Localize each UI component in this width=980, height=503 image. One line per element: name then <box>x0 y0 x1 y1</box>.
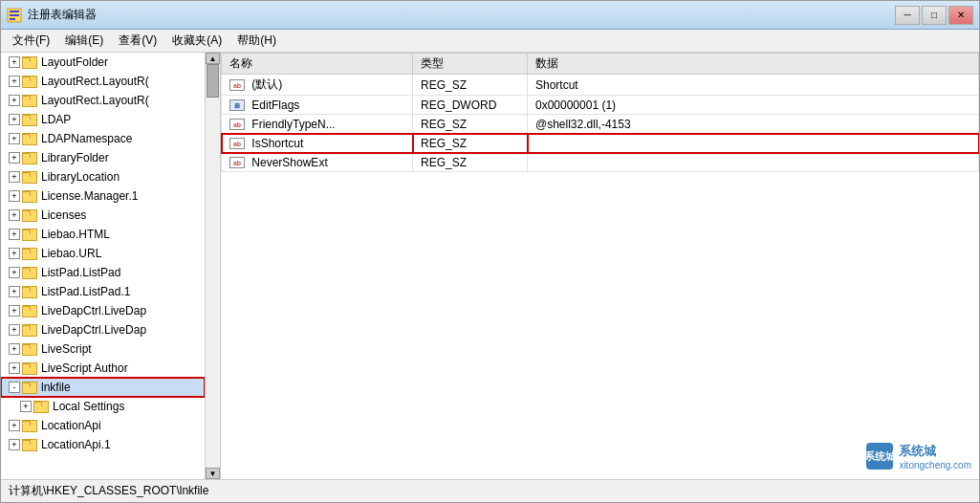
menu-help[interactable]: 帮助(H) <box>229 31 284 51</box>
tree-item-liebaourl[interactable]: Liebao.URL <box>1 244 205 263</box>
tree-scrollbar[interactable]: ▲ ▼ <box>205 53 220 479</box>
table-row[interactable]: ab NeverShowExt REG_SZ <box>222 153 979 172</box>
reg-type: REG_SZ <box>413 75 528 96</box>
minimize-button[interactable]: ─ <box>895 6 920 25</box>
menu-file[interactable]: 文件(F) <box>5 31 57 51</box>
expand-icon[interactable] <box>9 190 20 202</box>
expand-icon[interactable] <box>9 133 20 144</box>
tree-label: License.Manager.1 <box>41 189 138 203</box>
registry-editor-window: 注册表编辑器 ─ □ ✕ 文件(F) 编辑(E) 查看(V) 收藏夹(A) 帮助… <box>0 0 980 503</box>
table-container[interactable]: 名称 类型 数据 ab (默认) REG_SZ <box>221 53 979 479</box>
expand-icon[interactable] <box>9 343 20 355</box>
tree-item-licenses[interactable]: Licenses <box>1 206 205 225</box>
tree-item-liebaohtml[interactable]: Liebao.HTML <box>1 225 205 244</box>
reg-data <box>528 134 979 153</box>
tree-item-livedapctrl2[interactable]: LiveDapCtrl.LiveDap <box>1 320 205 339</box>
expand-icon[interactable] <box>9 95 20 106</box>
expand-icon[interactable] <box>9 56 20 68</box>
main-content: LayoutFolder LayoutRect.LayoutR( LayoutR… <box>1 53 979 479</box>
tree-label: LiveDapCtrl.LiveDap <box>41 323 146 337</box>
folder-icon <box>22 170 37 184</box>
tree-item-libraryfolder[interactable]: LibraryFolder <box>1 148 205 167</box>
table-row-isshortcut[interactable]: ab IsShortcut REG_SZ <box>222 134 979 153</box>
title-bar: 注册表编辑器 ─ □ ✕ <box>1 1 979 30</box>
window-controls: ─ □ ✕ <box>895 6 973 25</box>
expand-icon[interactable] <box>9 420 20 431</box>
tree-label: Liebao.HTML <box>41 228 110 241</box>
watermark-logo: 系统城 <box>864 441 895 471</box>
folder-icon <box>22 323 37 337</box>
watermark-url: xitongcheng.com <box>899 460 971 470</box>
folder-icon <box>22 151 37 164</box>
tree-item-livescriptauthor[interactable]: LiveScript Author <box>1 359 205 378</box>
expand-icon[interactable] <box>9 286 20 297</box>
folder-icon <box>22 438 37 451</box>
folder-icon <box>22 285 37 298</box>
scroll-thumb[interactable] <box>207 64 219 98</box>
expand-icon[interactable] <box>9 324 20 336</box>
folder-icon <box>22 55 37 69</box>
table-row[interactable]: ⊞ EditFlags REG_DWORD 0x00000001 (1) <box>222 96 979 115</box>
expand-icon[interactable] <box>9 267 20 278</box>
expand-icon[interactable] <box>20 401 32 412</box>
expand-icon[interactable] <box>9 209 20 221</box>
col-type: 类型 <box>413 54 528 75</box>
folder-icon <box>22 208 37 222</box>
expand-icon[interactable] <box>9 76 20 87</box>
tree-item-listpadlistpad1[interactable]: ListPad.ListPad.1 <box>1 282 205 301</box>
maximize-button[interactable]: □ <box>922 6 947 25</box>
reg-type: REG_DWORD <box>413 96 528 115</box>
expand-icon[interactable] <box>9 305 20 317</box>
tree-item-librarylocation[interactable]: LibraryLocation <box>1 167 205 186</box>
tree-item-listpadlistpad[interactable]: ListPad.ListPad <box>1 263 205 282</box>
expand-icon[interactable] <box>9 439 20 450</box>
tree-item-layoutfolder[interactable]: LayoutFolder <box>1 53 205 72</box>
col-data: 数据 <box>528 54 979 75</box>
tree-list[interactable]: LayoutFolder LayoutRect.LayoutR( LayoutR… <box>1 53 205 479</box>
tree-item-lnkfile[interactable]: lnkfile <box>1 378 205 397</box>
folder-icon <box>22 361 37 375</box>
folder-icon <box>22 94 37 107</box>
type-icon: ⊞ <box>229 99 245 111</box>
expand-icon[interactable] <box>9 229 20 240</box>
expand-icon[interactable] <box>9 382 20 393</box>
close-button[interactable]: ✕ <box>948 6 973 25</box>
registry-table: 名称 类型 数据 ab (默认) REG_SZ <box>221 53 979 172</box>
tree-label: LiveScript <box>41 342 92 356</box>
menu-edit[interactable]: 编辑(E) <box>57 31 111 51</box>
folder-icon <box>22 75 37 88</box>
tree-item-locationapi1[interactable]: LocationApi.1 <box>1 435 205 454</box>
tree-item-localsettings[interactable]: Local Settings <box>1 397 205 416</box>
reg-type: REG_SZ <box>413 115 528 134</box>
expand-icon[interactable] <box>9 248 20 259</box>
tree-label: ListPad.ListPad <box>41 266 120 279</box>
scroll-up-btn[interactable]: ▲ <box>206 53 220 64</box>
tree-label: Licenses <box>41 208 86 222</box>
reg-data <box>528 153 979 172</box>
folder-icon <box>22 247 37 260</box>
tree-item-layoutrect1[interactable]: LayoutRect.LayoutR( <box>1 72 205 91</box>
expand-icon[interactable] <box>9 152 20 164</box>
table-row[interactable]: ab FriendlyTypeN... REG_SZ @shell32.dll,… <box>222 115 979 134</box>
expand-icon[interactable] <box>9 171 20 183</box>
tree-item-licensemanager[interactable]: License.Manager.1 <box>1 186 205 206</box>
scroll-down-btn[interactable]: ▼ <box>206 468 220 479</box>
tree-item-livescript[interactable]: LiveScript <box>1 339 205 359</box>
menu-favorites[interactable]: 收藏夹(A) <box>164 31 229 51</box>
reg-name: ab (默认) <box>222 75 413 96</box>
folder-icon <box>22 228 37 241</box>
tree-item-layoutrect2[interactable]: LayoutRect.LayoutR( <box>1 91 205 110</box>
tree-label: ListPad.ListPad.1 <box>41 285 130 298</box>
tree-item-locationapi[interactable]: LocationApi <box>1 416 205 435</box>
tree-label: lnkfile <box>41 381 71 394</box>
expand-icon[interactable] <box>9 362 20 374</box>
tree-item-livedapctrl1[interactable]: LiveDapCtrl.LiveDap <box>1 301 205 320</box>
svg-rect-1 <box>10 11 19 12</box>
tree-item-ldap[interactable]: LDAP <box>1 110 205 129</box>
table-row[interactable]: ab (默认) REG_SZ Shortcut <box>222 75 979 96</box>
expand-icon[interactable] <box>9 114 20 125</box>
tree-item-ldapnamespace[interactable]: LDAPNamespace <box>1 129 205 148</box>
menu-view[interactable]: 查看(V) <box>111 31 164 51</box>
reg-name: ab FriendlyTypeN... <box>222 115 413 134</box>
status-bar: 计算机\HKEY_CLASSES_ROOT\lnkfile <box>1 479 979 502</box>
